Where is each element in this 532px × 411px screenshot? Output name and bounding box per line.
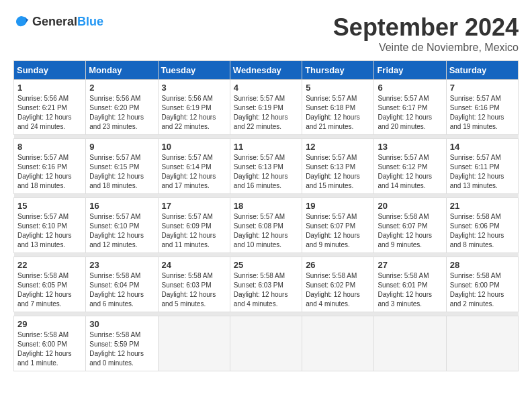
calendar-day-cell: 10Sunrise: 5:57 AMSunset: 6:14 PMDayligh… bbox=[158, 139, 230, 194]
day-info: Sunrise: 5:57 AMSunset: 6:16 PMDaylight:… bbox=[17, 153, 82, 191]
calendar-day-cell: 25Sunrise: 5:58 AMSunset: 6:03 PMDayligh… bbox=[230, 257, 302, 312]
day-info: Sunrise: 5:57 AMSunset: 6:13 PMDaylight:… bbox=[234, 153, 298, 191]
day-number: 11 bbox=[234, 142, 298, 152]
weekday-header-row: SundayMondayTuesdayWednesdayThursdayFrid… bbox=[14, 61, 519, 80]
day-info: Sunrise: 5:58 AMSunset: 5:59 PMDaylight:… bbox=[89, 330, 154, 368]
day-number: 2 bbox=[89, 83, 154, 93]
calendar-day-cell: 30Sunrise: 5:58 AMSunset: 5:59 PMDayligh… bbox=[86, 316, 158, 371]
day-info: Sunrise: 5:58 AMSunset: 6:00 PMDaylight:… bbox=[17, 330, 82, 368]
day-info: Sunrise: 5:58 AMSunset: 6:07 PMDaylight:… bbox=[378, 212, 442, 250]
weekday-header-thursday: Thursday bbox=[302, 61, 374, 80]
day-number: 28 bbox=[450, 260, 515, 270]
calendar-day-cell: 16Sunrise: 5:57 AMSunset: 6:10 PMDayligh… bbox=[86, 198, 158, 253]
calendar-day-cell: 4Sunrise: 5:57 AMSunset: 6:19 PMDaylight… bbox=[230, 80, 302, 135]
day-info: Sunrise: 5:57 AMSunset: 6:13 PMDaylight:… bbox=[306, 153, 370, 191]
day-info: Sunrise: 5:57 AMSunset: 6:08 PMDaylight:… bbox=[234, 212, 298, 250]
calendar-week-row: 22Sunrise: 5:58 AMSunset: 6:05 PMDayligh… bbox=[14, 257, 519, 312]
day-info: Sunrise: 5:58 AMSunset: 6:02 PMDaylight:… bbox=[306, 271, 370, 309]
logo-general: GeneralBlue bbox=[32, 15, 103, 29]
calendar-day-cell: 6Sunrise: 5:57 AMSunset: 6:17 PMDaylight… bbox=[374, 80, 446, 135]
calendar-day-cell: 18Sunrise: 5:57 AMSunset: 6:08 PMDayligh… bbox=[230, 198, 302, 253]
day-number: 29 bbox=[17, 319, 82, 329]
day-info: Sunrise: 5:56 AMSunset: 6:20 PMDaylight:… bbox=[89, 94, 154, 132]
calendar-day-cell: 13Sunrise: 5:57 AMSunset: 6:12 PMDayligh… bbox=[374, 139, 446, 194]
calendar-week-row: 8Sunrise: 5:57 AMSunset: 6:16 PMDaylight… bbox=[14, 139, 519, 194]
day-number: 20 bbox=[378, 201, 442, 211]
day-number: 24 bbox=[162, 260, 226, 270]
day-info: Sunrise: 5:57 AMSunset: 6:18 PMDaylight:… bbox=[306, 94, 370, 132]
month-title: September 2024 bbox=[333, 13, 519, 42]
calendar-day-cell: 9Sunrise: 5:57 AMSunset: 6:15 PMDaylight… bbox=[86, 139, 158, 194]
day-number: 3 bbox=[162, 83, 226, 93]
location-subtitle: Veinte de Noviembre, Mexico bbox=[333, 42, 519, 54]
day-number: 15 bbox=[17, 201, 82, 211]
calendar-day-cell: 8Sunrise: 5:57 AMSunset: 6:16 PMDaylight… bbox=[14, 139, 86, 194]
calendar-day-cell: 3Sunrise: 5:56 AMSunset: 6:19 PMDaylight… bbox=[158, 80, 230, 135]
day-info: Sunrise: 5:58 AMSunset: 6:04 PMDaylight:… bbox=[89, 271, 154, 309]
day-number: 19 bbox=[306, 201, 370, 211]
day-number: 12 bbox=[306, 142, 370, 152]
calendar-day-cell: 26Sunrise: 5:58 AMSunset: 6:02 PMDayligh… bbox=[302, 257, 374, 312]
page-header: GeneralBlue September 2024 Veinte de Nov… bbox=[13, 13, 519, 54]
day-info: Sunrise: 5:58 AMSunset: 6:06 PMDaylight:… bbox=[450, 212, 515, 250]
calendar-day-cell: 15Sunrise: 5:57 AMSunset: 6:10 PMDayligh… bbox=[14, 198, 86, 253]
calendar-day-cell bbox=[374, 316, 446, 371]
day-info: Sunrise: 5:57 AMSunset: 6:07 PMDaylight:… bbox=[306, 212, 370, 250]
day-info: Sunrise: 5:57 AMSunset: 6:12 PMDaylight:… bbox=[378, 153, 442, 191]
day-info: Sunrise: 5:58 AMSunset: 6:05 PMDaylight:… bbox=[17, 271, 82, 309]
calendar-day-cell: 11Sunrise: 5:57 AMSunset: 6:13 PMDayligh… bbox=[230, 139, 302, 194]
calendar-table: SundayMondayTuesdayWednesdayThursdayFrid… bbox=[13, 60, 519, 371]
day-number: 9 bbox=[89, 142, 154, 152]
calendar-day-cell: 29Sunrise: 5:58 AMSunset: 6:00 PMDayligh… bbox=[14, 316, 86, 371]
day-info: Sunrise: 5:56 AMSunset: 6:19 PMDaylight:… bbox=[162, 94, 226, 132]
day-info: Sunrise: 5:57 AMSunset: 6:09 PMDaylight:… bbox=[162, 212, 226, 250]
day-info: Sunrise: 5:57 AMSunset: 6:16 PMDaylight:… bbox=[450, 94, 515, 132]
day-info: Sunrise: 5:58 AMSunset: 6:03 PMDaylight:… bbox=[162, 271, 226, 309]
calendar-day-cell: 24Sunrise: 5:58 AMSunset: 6:03 PMDayligh… bbox=[158, 257, 230, 312]
day-info: Sunrise: 5:58 AMSunset: 6:00 PMDaylight:… bbox=[450, 271, 515, 309]
day-info: Sunrise: 5:57 AMSunset: 6:17 PMDaylight:… bbox=[378, 94, 442, 132]
weekday-header-sunday: Sunday bbox=[14, 61, 86, 80]
weekday-header-monday: Monday bbox=[86, 61, 158, 80]
calendar-day-cell bbox=[158, 316, 230, 371]
calendar-day-cell: 23Sunrise: 5:58 AMSunset: 6:04 PMDayligh… bbox=[86, 257, 158, 312]
calendar-day-cell: 19Sunrise: 5:57 AMSunset: 6:07 PMDayligh… bbox=[302, 198, 374, 253]
day-number: 25 bbox=[234, 260, 298, 270]
day-info: Sunrise: 5:57 AMSunset: 6:15 PMDaylight:… bbox=[89, 153, 154, 191]
calendar-day-cell bbox=[230, 316, 302, 371]
day-number: 4 bbox=[234, 83, 298, 93]
day-number: 18 bbox=[234, 201, 298, 211]
calendar-day-cell: 7Sunrise: 5:57 AMSunset: 6:16 PMDaylight… bbox=[446, 80, 518, 135]
logo-icon bbox=[13, 13, 30, 30]
day-info: Sunrise: 5:57 AMSunset: 6:10 PMDaylight:… bbox=[17, 212, 82, 250]
calendar-week-row: 29Sunrise: 5:58 AMSunset: 6:00 PMDayligh… bbox=[14, 316, 519, 371]
day-number: 27 bbox=[378, 260, 442, 270]
day-number: 23 bbox=[89, 260, 154, 270]
day-number: 17 bbox=[162, 201, 226, 211]
calendar-day-cell: 28Sunrise: 5:58 AMSunset: 6:00 PMDayligh… bbox=[446, 257, 518, 312]
weekday-header-wednesday: Wednesday bbox=[230, 61, 302, 80]
day-number: 10 bbox=[162, 142, 226, 152]
day-info: Sunrise: 5:58 AMSunset: 6:01 PMDaylight:… bbox=[378, 271, 442, 309]
day-info: Sunrise: 5:57 AMSunset: 6:11 PMDaylight:… bbox=[450, 153, 515, 191]
calendar-day-cell: 1Sunrise: 5:56 AMSunset: 6:21 PMDaylight… bbox=[14, 80, 86, 135]
calendar-week-row: 1Sunrise: 5:56 AMSunset: 6:21 PMDaylight… bbox=[14, 80, 519, 135]
calendar-day-cell: 14Sunrise: 5:57 AMSunset: 6:11 PMDayligh… bbox=[446, 139, 518, 194]
day-number: 22 bbox=[17, 260, 82, 270]
day-number: 13 bbox=[378, 142, 442, 152]
day-info: Sunrise: 5:57 AMSunset: 6:19 PMDaylight:… bbox=[234, 94, 298, 132]
logo: GeneralBlue bbox=[13, 13, 103, 30]
day-number: 8 bbox=[17, 142, 82, 152]
calendar-day-cell: 21Sunrise: 5:58 AMSunset: 6:06 PMDayligh… bbox=[446, 198, 518, 253]
calendar-day-cell: 5Sunrise: 5:57 AMSunset: 6:18 PMDaylight… bbox=[302, 80, 374, 135]
calendar-day-cell bbox=[446, 316, 518, 371]
day-number: 16 bbox=[89, 201, 154, 211]
day-info: Sunrise: 5:58 AMSunset: 6:03 PMDaylight:… bbox=[234, 271, 298, 309]
calendar-day-cell bbox=[302, 316, 374, 371]
calendar-week-row: 15Sunrise: 5:57 AMSunset: 6:10 PMDayligh… bbox=[14, 198, 519, 253]
calendar-day-cell: 27Sunrise: 5:58 AMSunset: 6:01 PMDayligh… bbox=[374, 257, 446, 312]
day-number: 30 bbox=[89, 319, 154, 329]
day-number: 1 bbox=[17, 83, 82, 93]
title-block: September 2024 Veinte de Noviembre, Mexi… bbox=[333, 13, 519, 54]
day-number: 7 bbox=[450, 83, 515, 93]
